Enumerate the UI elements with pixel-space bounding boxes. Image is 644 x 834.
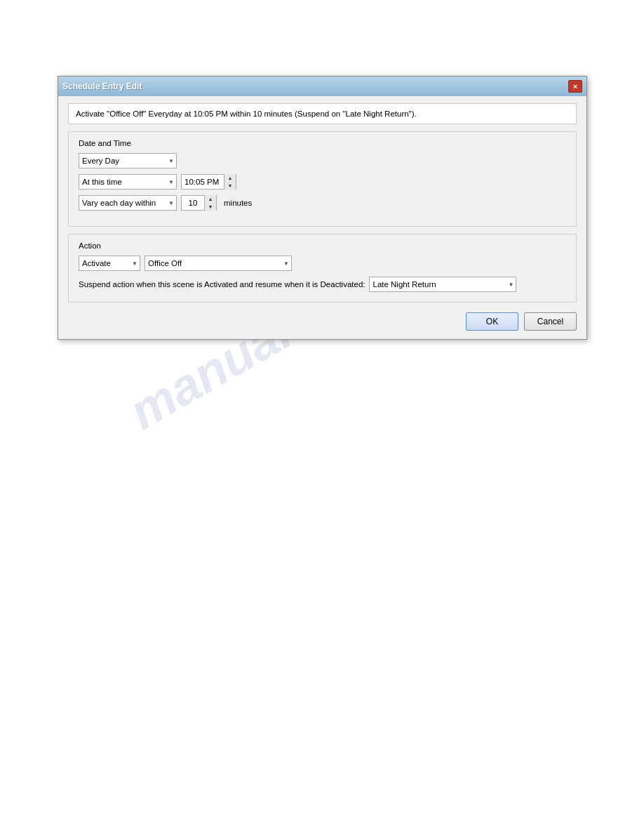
time-input[interactable]: [182, 176, 224, 187]
dialog-content: Activate "Office Off" Everyday at 10:05 …: [58, 96, 586, 339]
vary-row: Vary each day within Do not vary ▲ ▼ min…: [79, 195, 566, 211]
at-this-time-row: At this time Sunrise Sunset ▲ ▼: [79, 174, 566, 190]
every-day-dropdown[interactable]: Every Day Weekdays Weekends Monday Tuesd…: [79, 153, 177, 168]
minutes-input[interactable]: [182, 197, 204, 208]
date-time-label: Date and Time: [79, 139, 566, 147]
late-night-select-wrapper: Late Night Return Morning Routine Away O…: [369, 277, 516, 292]
office-off-dropdown[interactable]: Office Off Late Night Return Morning Rou…: [145, 256, 292, 271]
action-label: Action: [79, 241, 566, 250]
time-spin-down[interactable]: ▼: [224, 182, 236, 190]
time-input-wrapper: ▲ ▼: [181, 174, 236, 190]
at-this-time-select-wrapper: At this time Sunrise Sunset: [79, 174, 177, 190]
every-day-row: Every Day Weekdays Weekends Monday Tuesd…: [79, 153, 566, 168]
minutes-spin-down[interactable]: ▼: [205, 203, 216, 211]
action-section: Action Activate Deactivate Office Off La…: [68, 234, 577, 303]
buttons-row: OK Cancel: [68, 310, 577, 332]
minutes-spin-buttons: ▲ ▼: [204, 195, 216, 211]
minutes-label: minutes: [224, 199, 252, 207]
activate-select-wrapper: Activate Deactivate: [79, 256, 140, 271]
suspend-row: Suspend action when this scene is Activa…: [79, 277, 566, 292]
cancel-button[interactable]: Cancel: [524, 312, 577, 331]
ok-button[interactable]: OK: [466, 312, 518, 331]
activate-dropdown[interactable]: Activate Deactivate: [79, 256, 140, 271]
minutes-input-wrapper: ▲ ▼: [181, 195, 217, 211]
minutes-spin-up[interactable]: ▲: [205, 195, 216, 203]
time-spin-buttons: ▲ ▼: [224, 174, 236, 190]
title-bar: Schedule Entry Edit ×: [58, 77, 586, 96]
time-spin-up[interactable]: ▲: [224, 174, 236, 182]
every-day-select-wrapper: Every Day Weekdays Weekends Monday Tuesd…: [79, 153, 177, 168]
info-text: Activate "Office Off" Everyday at 10:05 …: [76, 110, 417, 118]
suspend-label: Suspend action when this scene is Activa…: [79, 280, 365, 289]
vary-select-wrapper: Vary each day within Do not vary: [79, 195, 177, 211]
activate-row: Activate Deactivate Office Off Late Nigh…: [79, 256, 566, 271]
page-wrapper: manualshive.com Schedule Entry Edit × Ac…: [0, 0, 644, 834]
at-this-time-dropdown[interactable]: At this time Sunrise Sunset: [79, 174, 177, 190]
office-off-select-wrapper: Office Off Late Night Return Morning Rou…: [145, 256, 292, 271]
date-time-section: Date and Time Every Day Weekdays Weekend…: [68, 131, 577, 227]
dialog-title: Schedule Entry Edit: [62, 81, 142, 91]
close-button[interactable]: ×: [568, 80, 582, 93]
info-text-box: Activate "Office Off" Everyday at 10:05 …: [68, 103, 577, 124]
late-night-dropdown[interactable]: Late Night Return Morning Routine Away O…: [369, 277, 516, 292]
dialog-window: Schedule Entry Edit × Activate "Office O…: [58, 76, 587, 340]
vary-dropdown[interactable]: Vary each day within Do not vary: [79, 195, 177, 211]
